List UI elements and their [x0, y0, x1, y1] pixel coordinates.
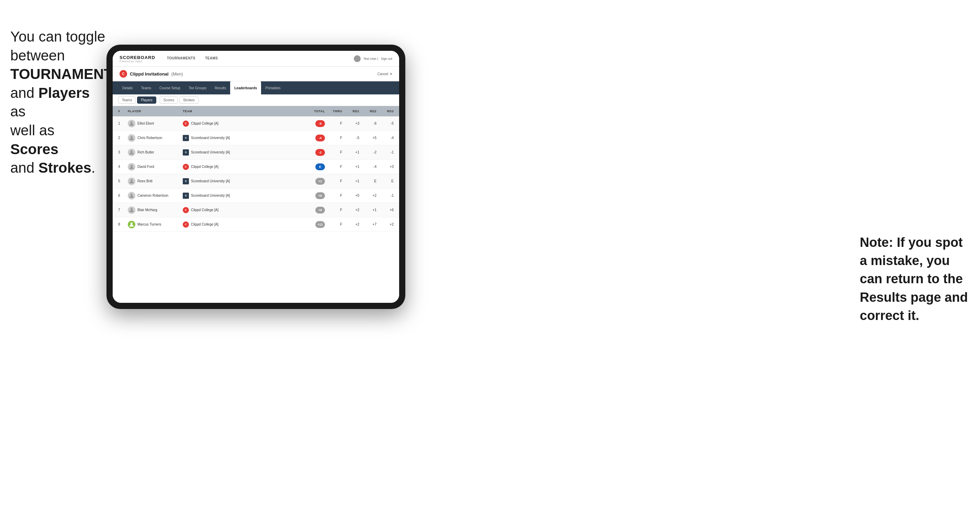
- tab-course-setup[interactable]: Course Setup: [155, 81, 185, 94]
- sub-tab-players[interactable]: Players: [137, 97, 156, 104]
- tab-printables[interactable]: Printables: [261, 81, 285, 94]
- annotation-scores-bold: Scores: [10, 141, 58, 157]
- rank-1: 1: [118, 122, 128, 125]
- rd1-7: +2: [342, 208, 359, 212]
- thru-4: F: [325, 165, 342, 168]
- rd1-2: -5: [342, 136, 359, 140]
- svg-point-4: [130, 165, 133, 167]
- tab-tee-groups[interactable]: Tee Groups: [185, 81, 210, 94]
- avatar-5: [128, 178, 135, 185]
- annotation-teams-bold: TOURNAMENTS: [10, 66, 122, 82]
- team-6: S Scoreboard University [A]: [183, 193, 301, 199]
- score-badge-1: -8: [315, 120, 325, 127]
- rd3-2: -4: [377, 136, 394, 140]
- player-3: Rich Butler: [128, 149, 183, 156]
- app-header: SCOREBOARD Powered by clippd TOURNAMENTS…: [113, 51, 399, 67]
- sign-out-link[interactable]: Sign out: [381, 57, 392, 60]
- table-row: 3 Rich Butler S Scoreboard University [A…: [113, 145, 399, 160]
- rd2-1: -6: [359, 122, 377, 125]
- rank-7: 7: [118, 208, 128, 212]
- scoreboard-logo: SCOREBOARD Powered by clippd: [119, 55, 155, 62]
- player-6: Cameron Robertson: [128, 192, 183, 200]
- sub-tab-teams[interactable]: Teams: [118, 97, 136, 104]
- nav-tournaments[interactable]: TOURNAMENTS: [162, 51, 200, 67]
- annotation-strokes-bold: Strokes: [38, 160, 91, 176]
- leaderboard-table: # PLAYER TEAM TOTAL THRU RD1 RD2 RD3 1 E…: [113, 106, 399, 303]
- table-row: 2 Chris Robertson S Scoreboard Universit…: [113, 131, 399, 145]
- logo-sub: Powered by clippd: [119, 60, 155, 62]
- cancel-button[interactable]: Cancel ✕: [377, 72, 392, 76]
- svg-point-2: [130, 136, 133, 138]
- tournament-name: Clippd Invitational: [130, 71, 169, 76]
- player-8: Marcus Turners: [128, 221, 183, 228]
- player-4: David Ford: [128, 163, 183, 171]
- rd3-4: +3: [377, 165, 394, 168]
- thru-5: F: [325, 179, 342, 183]
- team-logo-8: C: [183, 221, 189, 228]
- avatar-6: [128, 192, 135, 200]
- tab-results[interactable]: Results: [210, 81, 230, 94]
- team-5: S Scoreboard University [A]: [183, 178, 301, 184]
- team-3: S Scoreboard University [A]: [183, 149, 301, 156]
- col-rank: #: [118, 110, 128, 113]
- table-row: 4 David Ford C Clippd College [A] E F +1…: [113, 160, 399, 174]
- rd3-3: -1: [377, 150, 394, 154]
- rd3-5: E: [377, 179, 394, 183]
- score-badge-7: +8: [315, 207, 325, 214]
- rd1-4: +1: [342, 165, 359, 168]
- tablet-frame: SCOREBOARD Powered by clippd TOURNAMENTS…: [107, 44, 405, 309]
- tournament-header: C Clippd Invitational (Men) Cancel ✕: [113, 67, 399, 81]
- total-5: +1: [301, 178, 325, 185]
- sub-tab-scores[interactable]: Scores: [160, 97, 178, 104]
- tournament-title: C Clippd Invitational (Men): [119, 70, 183, 78]
- left-annotation: You can toggle between TOURNAMENTS and P…: [10, 27, 107, 178]
- col-rd2: RD2: [359, 110, 377, 113]
- avatar-3: [128, 149, 135, 156]
- total-4: E: [301, 163, 325, 170]
- thru-7: F: [325, 208, 342, 212]
- score-badge-4: E: [315, 163, 325, 170]
- rd3-7: +6: [377, 208, 394, 212]
- rd2-4: -4: [359, 165, 377, 168]
- tab-teams[interactable]: Teams: [137, 81, 155, 94]
- avatar-8: [128, 221, 135, 228]
- total-6: +6: [301, 192, 325, 199]
- tablet-screen: SCOREBOARD Powered by clippd TOURNAMENTS…: [113, 51, 399, 303]
- header-right: Test User | Sign out: [354, 55, 392, 62]
- rd2-7: +1: [359, 208, 377, 212]
- user-name: Test User |: [363, 57, 378, 60]
- table-row: 7 Blair McHarg C Clippd College [A] +8 F…: [113, 203, 399, 217]
- total-8: +11: [301, 221, 325, 228]
- header-nav: TOURNAMENTS TEAMS: [162, 51, 354, 67]
- player-7: Blair McHarg: [128, 206, 183, 214]
- rd1-3: +1: [342, 150, 359, 154]
- col-rd1: RD1: [342, 110, 359, 113]
- tab-details[interactable]: Details: [118, 81, 137, 94]
- sub-tabs: Teams Players Scores Strokes: [113, 94, 399, 106]
- nav-teams[interactable]: TEAMS: [200, 51, 223, 67]
- total-3: -2: [301, 149, 325, 156]
- col-thru: THRU: [325, 110, 342, 113]
- rd3-1: -5: [377, 122, 394, 125]
- team-8: C Clippd College [A]: [183, 221, 301, 228]
- avatar-2: [128, 134, 135, 142]
- col-rd3: RD3: [377, 110, 394, 113]
- sub-tab-strokes[interactable]: Strokes: [179, 97, 199, 104]
- rd1-5: +1: [342, 179, 359, 183]
- tab-leaderboards[interactable]: Leaderboards: [230, 81, 261, 94]
- table-header: # PLAYER TEAM TOTAL THRU RD1 RD2 RD3: [113, 106, 399, 116]
- rd2-8: +7: [359, 222, 377, 226]
- team-4: C Clippd College [A]: [183, 164, 301, 170]
- rank-6: 6: [118, 194, 128, 197]
- thru-3: F: [325, 150, 342, 154]
- team-logo-7: C: [183, 207, 189, 213]
- tournament-logo: C: [119, 70, 127, 78]
- rd3-8: +2: [377, 222, 394, 226]
- rd3-6: -1: [377, 194, 394, 197]
- tab-nav: Details Teams Course Setup Tee Groups Re…: [113, 81, 399, 94]
- table-row: 5 Rees Britt S Scoreboard University [A]…: [113, 174, 399, 189]
- svg-point-8: [130, 222, 133, 225]
- right-annotation-text: Note: If you spot a mistake, you can ret…: [860, 235, 968, 323]
- total-7: +8: [301, 207, 325, 214]
- rank-5: 5: [118, 179, 128, 183]
